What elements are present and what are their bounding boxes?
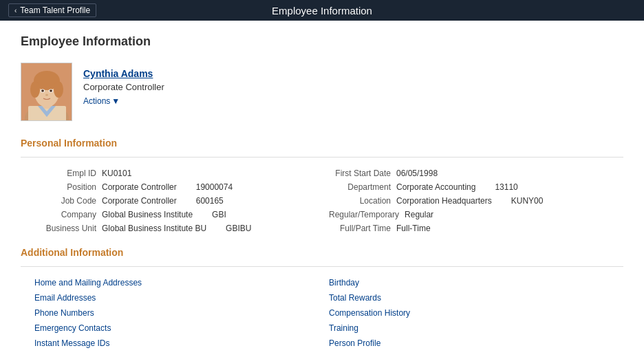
- chevron-left-icon: ‹: [14, 7, 17, 14]
- back-button-label: Team Talent Profile: [20, 6, 90, 15]
- actions-button[interactable]: Actions ▼: [83, 96, 164, 106]
- position-label: Position: [34, 182, 96, 192]
- personal-info-grid: Empl ID KU0101 Position Corporate Contro…: [34, 169, 623, 233]
- links-grid: Home and Mailing AddressesEmail Addresse…: [34, 278, 623, 348]
- employee-name[interactable]: Cynthia Adams: [83, 68, 164, 79]
- business-unit-code: GBIBU: [226, 224, 251, 233]
- svg-point-11: [50, 89, 52, 92]
- svg-point-7: [54, 81, 63, 98]
- additional-info-header: Additional Information: [21, 247, 623, 258]
- business-unit-label: Business Unit: [34, 224, 96, 233]
- location-label: Location: [329, 196, 391, 206]
- full-part-row: Full/Part Time Full-Time: [329, 224, 623, 233]
- back-button[interactable]: ‹ Team Talent Profile: [8, 3, 96, 17]
- additional-info-section: Home and Mailing AddressesEmail Addresse…: [34, 278, 623, 348]
- position-code: 19000074: [196, 182, 233, 192]
- info-right-column: First Start Date 06/05/1998 Department C…: [329, 169, 623, 233]
- top-bar-title: Employee Information: [272, 5, 372, 17]
- svg-point-6: [30, 81, 40, 98]
- additional-link-right-1[interactable]: Total Rewards: [329, 293, 623, 303]
- department-value: Corporate Accounting: [396, 182, 475, 192]
- job-code-num: 600165: [196, 196, 224, 206]
- links-left-column: Home and Mailing AddressesEmail Addresse…: [34, 278, 329, 348]
- job-code-row: Job Code Corporate Controller 600165: [34, 196, 329, 206]
- position-row: Position Corporate Controller 19000074: [34, 182, 329, 192]
- department-row: Department Corporate Accounting 13110: [329, 182, 623, 192]
- business-unit-row: Business Unit Global Business Institute …: [34, 224, 329, 233]
- position-value: Corporate Controller: [102, 182, 177, 192]
- first-start-date-value: 06/05/1998: [396, 169, 438, 178]
- info-left-column: Empl ID KU0101 Position Corporate Contro…: [34, 169, 329, 233]
- dropdown-arrow-icon: ▼: [111, 96, 120, 106]
- location-row: Location Corporation Headquarters KUNY00: [329, 196, 623, 206]
- job-code-label: Job Code: [34, 196, 96, 206]
- department-code: 13110: [495, 182, 517, 192]
- additional-link-left-1[interactable]: Email Addresses: [34, 293, 329, 303]
- full-part-label: Full/Part Time: [329, 224, 391, 233]
- regular-temp-row: Regular/Temporary Regular: [329, 210, 623, 219]
- company-label: Company: [34, 210, 96, 219]
- svg-point-12: [45, 94, 48, 96]
- actions-label: Actions: [83, 96, 110, 106]
- additional-link-right-4[interactable]: Person Profile: [329, 338, 623, 348]
- business-unit-value: Global Business Institute BU: [102, 224, 206, 233]
- page-title: Employee Information: [21, 34, 623, 49]
- first-start-date-label: First Start Date: [329, 169, 391, 178]
- section-divider-personal: [21, 157, 623, 158]
- job-code-value: Corporate Controller: [102, 196, 177, 206]
- employee-info: Cynthia Adams Corporate Controller Actio…: [83, 63, 164, 106]
- top-nav-bar: ‹ Team Talent Profile Employee Informati…: [0, 0, 644, 21]
- department-label: Department: [329, 182, 391, 192]
- company-value: Global Business Institute: [102, 210, 193, 219]
- employee-header: Cynthia Adams Corporate Controller Actio…: [21, 63, 623, 121]
- full-part-value: Full-Time: [396, 224, 431, 233]
- regular-temp-value: Regular: [405, 210, 433, 219]
- regular-temp-label: Regular/Temporary: [329, 210, 399, 219]
- additional-link-right-0[interactable]: Birthday: [329, 278, 623, 288]
- links-right-column: BirthdayTotal RewardsCompensation Histor…: [329, 278, 623, 348]
- additional-link-right-3[interactable]: Training: [329, 323, 623, 333]
- additional-link-left-0[interactable]: Home and Mailing Addresses: [34, 278, 329, 288]
- avatar-image: [21, 63, 72, 121]
- location-code: KUNY00: [511, 196, 544, 206]
- company-row: Company Global Business Institute GBI: [34, 210, 329, 219]
- section-divider-additional: [21, 266, 623, 267]
- additional-link-left-3[interactable]: Emergency Contacts: [34, 323, 329, 333]
- additional-link-right-2[interactable]: Compensation History: [329, 308, 623, 318]
- first-start-date-row: First Start Date 06/05/1998: [329, 169, 623, 178]
- additional-link-left-4[interactable]: Instant Message IDs: [34, 338, 329, 348]
- empl-id-value: KU0101: [102, 169, 131, 178]
- svg-point-10: [41, 89, 44, 92]
- company-code: GBI: [212, 210, 226, 219]
- additional-link-left-2[interactable]: Phone Numbers: [34, 308, 329, 318]
- empl-id-label: Empl ID: [34, 169, 96, 178]
- personal-info-header: Personal Information: [21, 138, 623, 149]
- employee-title: Corporate Controller: [83, 82, 164, 92]
- location-value: Corporation Headquarters: [396, 196, 492, 206]
- avatar: [21, 63, 72, 121]
- empl-id-row: Empl ID KU0101: [34, 169, 329, 178]
- main-content: Employee Information: [0, 21, 644, 357]
